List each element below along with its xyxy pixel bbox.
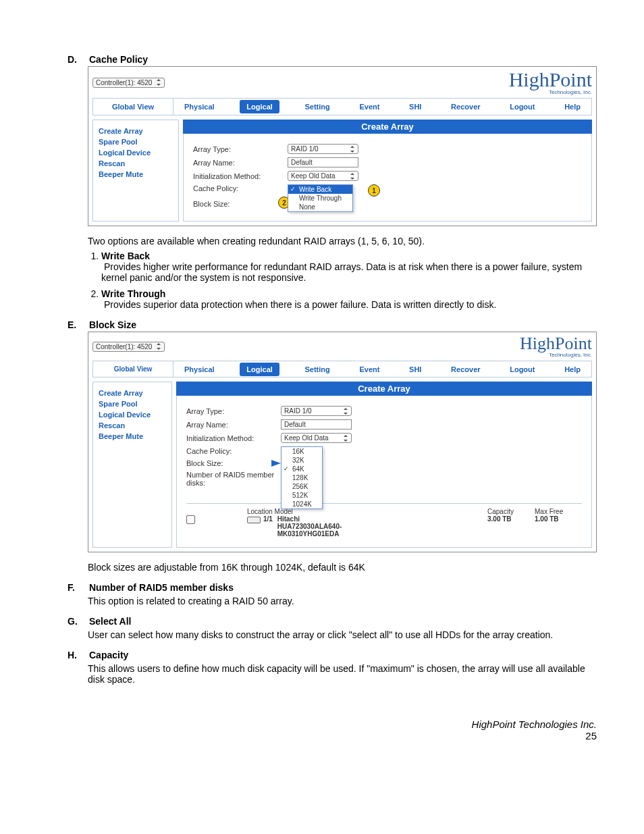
footer-company: HighPoint Technologies Inc. <box>472 719 597 730</box>
section-e-heading: E. Block Size <box>68 319 597 330</box>
input-array-name[interactable]: Default <box>288 157 358 167</box>
sidebar: Create Array Spare Pool Logical Device R… <box>92 382 172 548</box>
sidebar-rescan[interactable]: Rescan <box>99 159 173 167</box>
tab-setting[interactable]: Setting <box>301 100 334 113</box>
option-write-back[interactable]: Write Back <box>288 185 352 194</box>
controller-select[interactable]: Controller(1): 4520 <box>92 78 165 88</box>
row-checkbox[interactable] <box>186 515 195 524</box>
tab-event[interactable]: Event <box>355 100 383 113</box>
spinner-icon <box>343 408 348 415</box>
nav-global-view[interactable]: Global View <box>93 361 173 377</box>
option-16k[interactable]: 16K <box>281 447 322 456</box>
tab-logout[interactable]: Logout <box>506 363 539 376</box>
page-footer: HighPoint Technologies Inc. 25 <box>68 719 597 741</box>
tab-shi[interactable]: SHI <box>405 100 425 113</box>
dropdown-cache-policy[interactable]: Write Back Write Through None <box>288 184 353 212</box>
section-d-heading: D. Cache Policy <box>68 54 597 65</box>
disk-table-header: Location Model Capacity Max Free <box>186 503 582 515</box>
tab-recover[interactable]: Recover <box>447 100 484 113</box>
tab-event[interactable]: Event <box>355 363 383 376</box>
tab-recover[interactable]: Recover <box>447 363 484 376</box>
option-256k[interactable]: 256K <box>281 482 322 491</box>
input-array-name[interactable]: Default <box>281 419 352 429</box>
tab-physical[interactable]: Physical <box>180 363 219 376</box>
label-init-method: Initialization Method: <box>186 434 281 442</box>
nav-global-view[interactable]: Global View <box>93 99 173 115</box>
select-array-type[interactable]: RAID 1/0 <box>281 406 352 416</box>
option-64k[interactable]: 64K <box>281 465 322 473</box>
label-array-name: Array Name: <box>193 159 288 167</box>
callout-1: 1 <box>368 184 380 197</box>
tab-help[interactable]: Help <box>560 100 585 113</box>
highpoint-logo: HighPoint Technologies, Inc. <box>520 335 592 358</box>
label-raid5-members: Number of RAID5 member disks: <box>186 471 281 487</box>
item-write-through-title: Write Through <box>101 288 165 299</box>
sidebar-create-array[interactable]: Create Array <box>99 127 173 135</box>
sidebar-spare-pool[interactable]: Spare Pool <box>99 138 173 146</box>
select-init-method[interactable]: Keep Old Data <box>281 433 352 443</box>
screenshot-block-size: Controller(1): 4520 HighPoint Technologi… <box>88 332 597 552</box>
label-array-name: Array Name: <box>186 421 281 429</box>
tab-logical[interactable]: Logical <box>240 363 279 376</box>
sidebar: Create Array Spare Pool Logical Device R… <box>92 120 179 221</box>
cache-policy-list: Write Back Provides higher write perform… <box>101 251 597 310</box>
item-write-back-title: Write Back <box>101 251 150 261</box>
section-g-body: User can select how many disks to constr… <box>88 629 597 640</box>
tab-logout[interactable]: Logout <box>506 100 539 113</box>
panel-title: Create Array <box>183 120 592 134</box>
label-cache-policy: Cache Policy: <box>186 447 281 455</box>
disk-icon <box>247 517 261 523</box>
label-array-type: Array Type: <box>193 145 288 153</box>
sidebar-create-array[interactable]: Create Array <box>99 389 166 397</box>
section-d-title: Cache Policy <box>89 54 148 65</box>
tab-physical[interactable]: Physical <box>180 100 219 113</box>
sidebar-logical-device[interactable]: Logical Device <box>99 149 173 157</box>
label-cache-policy: Cache Policy: <box>193 184 288 192</box>
label-array-type: Array Type: <box>186 407 281 415</box>
section-h-title: Capacity <box>89 650 128 660</box>
section-e-body: Block sizes are adjustable from 16K thro… <box>88 562 597 573</box>
option-write-through[interactable]: Write Through <box>288 194 352 203</box>
arrow-right-icon <box>271 460 281 467</box>
spinner-icon <box>343 435 348 442</box>
section-f-body: This option is related to creating a RAI… <box>88 596 597 606</box>
section-f-heading: F. Number of RAID5 member disks <box>68 582 597 593</box>
section-h-heading: H. Capacity <box>68 650 597 660</box>
disk-table-row: 1/1 Hitachi HUA723030ALA640- MK0310YHG01… <box>186 515 582 538</box>
label-init-method: Initialization Method: <box>193 172 288 180</box>
section-f-title: Number of RAID5 member disks <box>89 582 234 593</box>
sidebar-beeper-mute[interactable]: Beeper Mute <box>99 432 166 440</box>
spinner-icon <box>156 343 161 350</box>
section-d-intro: Two options are available when creating … <box>88 236 597 246</box>
label-block-size: Block Size: <box>186 459 223 467</box>
option-512k[interactable]: 512K <box>281 491 322 500</box>
spinner-icon <box>350 146 355 153</box>
tab-shi[interactable]: SHI <box>405 363 425 376</box>
spinner-icon <box>350 173 355 180</box>
sidebar-beeper-mute[interactable]: Beeper Mute <box>99 170 173 178</box>
select-init-method[interactable]: Keep Old Data <box>288 171 358 181</box>
section-e-letter: E. <box>68 319 81 330</box>
option-32k[interactable]: 32K <box>281 456 322 465</box>
panel-title: Create Array <box>176 382 592 396</box>
tab-setting[interactable]: Setting <box>301 363 334 376</box>
footer-page: 25 <box>585 730 597 741</box>
spinner-icon <box>156 79 161 86</box>
tab-help[interactable]: Help <box>560 363 585 376</box>
select-array-type[interactable]: RAID 1/0 <box>288 144 358 154</box>
option-1024k[interactable]: 1024K <box>281 500 322 509</box>
section-g-heading: G. Select All <box>68 616 597 627</box>
section-g-title: Select All <box>89 616 132 627</box>
option-none[interactable]: None <box>288 203 352 211</box>
dropdown-block-size[interactable]: 16K 32K 64K 128K 256K 512K 1024K <box>281 446 323 509</box>
option-128k[interactable]: 128K <box>281 473 322 482</box>
controller-select[interactable]: Controller(1): 4520 <box>92 342 165 352</box>
sidebar-rescan[interactable]: Rescan <box>99 421 166 429</box>
sidebar-logical-device[interactable]: Logical Device <box>99 411 166 419</box>
sidebar-spare-pool[interactable]: Spare Pool <box>99 400 166 408</box>
section-h-body: This allows users to define how much dis… <box>88 663 597 685</box>
tab-logical[interactable]: Logical <box>240 100 279 113</box>
screenshot-cache-policy: Controller(1): 4520 HighPoint Technologi… <box>88 66 597 226</box>
section-d-letter: D. <box>68 54 81 65</box>
item-write-through-body: Provides superior data protection when t… <box>104 299 496 310</box>
